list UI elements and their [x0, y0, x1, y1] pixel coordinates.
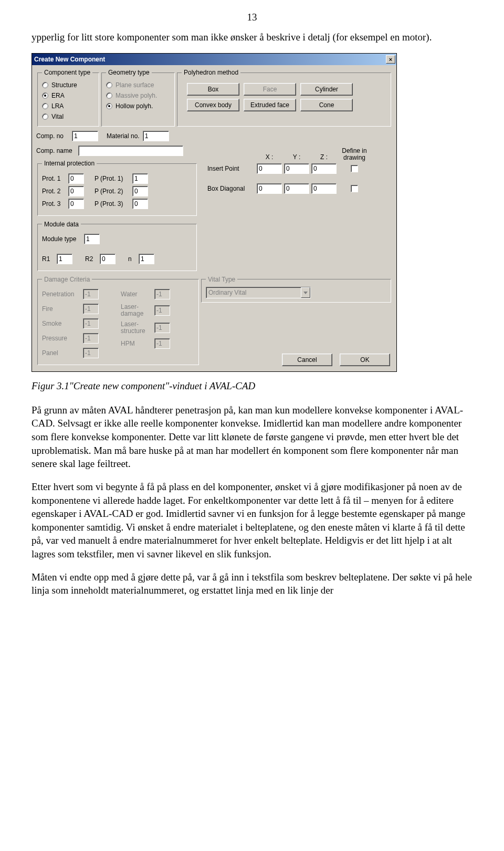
insert-z-input[interactable]: 0 — [311, 163, 337, 174]
pprot2-label: P (Prot. 2) — [94, 187, 129, 195]
dc-smoke-label: Smoke — [42, 319, 80, 328]
r2-label: R2 — [85, 255, 97, 263]
radio-vital[interactable]: Vital — [42, 111, 94, 122]
poly-cone-button[interactable]: Cone — [300, 99, 353, 111]
ok-button[interactable]: OK — [340, 354, 390, 366]
body-paragraph-1: På grunn av måten AVAL håndterer penetra… — [32, 403, 472, 471]
intro-paragraph: ypperlig for litt store komponenter som … — [32, 30, 472, 44]
radio-icon — [42, 92, 48, 99]
dc-penetration-label: Penetration — [42, 290, 80, 298]
dc-water-label: Water — [121, 290, 151, 298]
module-data-group: Module data Module type 1 R1 1 R2 0 n 1 — [37, 220, 197, 271]
poly-convex-body-button[interactable]: Convex body — [187, 99, 239, 111]
dc-panel-label: Panel — [42, 349, 80, 357]
geometry-type-group: Geometry type Plane surface Massive poly… — [101, 68, 175, 127]
radio-icon — [42, 103, 48, 109]
dc-penetration-input: -1 — [83, 289, 99, 299]
radio-icon — [42, 82, 48, 88]
component-type-group: Component type Structure ERA LRA Vital — [37, 68, 99, 127]
figure-caption: Figur 3.1"Create new component"-vinduet … — [32, 379, 472, 393]
vital-type-legend: Vital Type — [206, 275, 237, 284]
dc-fire-label: Fire — [42, 305, 80, 313]
insert-define-checkbox[interactable] — [351, 165, 358, 172]
radio-era[interactable]: ERA — [42, 90, 94, 101]
dc-laser-damage-label: Laser- damage — [121, 304, 151, 317]
poly-face-button: Face — [244, 83, 296, 96]
radio-massive-polyh: Massive polyh. — [106, 90, 170, 101]
comp-name-input[interactable] — [78, 146, 183, 156]
pprot3-input[interactable]: 0 — [132, 199, 148, 209]
r2-input[interactable]: 0 — [100, 254, 116, 264]
internal-protection-group: Internal protection Prot. 1 0 P (Prot. 1… — [37, 159, 197, 215]
dc-laser-structure-label: Laser- structure — [121, 321, 151, 334]
prot3-label: Prot. 3 — [42, 200, 65, 208]
module-data-legend: Module data — [42, 220, 81, 229]
comp-name-label: Comp. name — [36, 147, 75, 155]
comp-no-label: Comp. no — [36, 132, 69, 140]
boxdiag-y-input[interactable]: 0 — [284, 183, 309, 194]
radio-lra[interactable]: LRA — [42, 101, 94, 111]
damage-criteria-legend: Damage Criteria — [42, 275, 92, 284]
close-icon[interactable]: × — [386, 55, 395, 64]
n-input[interactable]: 1 — [139, 254, 154, 264]
prot2-label: Prot. 2 — [42, 187, 65, 195]
vital-type-value: Ordinary Vital — [206, 287, 301, 298]
y-label: Y : — [284, 153, 309, 161]
prot3-input[interactable]: 0 — [68, 199, 84, 209]
z-label: Z : — [311, 153, 337, 161]
dc-hpm-label: HPM — [121, 339, 151, 348]
poly-method-group: Polyhedron method Box Face Cylinder Conv… — [177, 68, 391, 127]
boxdiag-z-input[interactable]: 0 — [311, 183, 337, 194]
poly-box-button[interactable]: Box — [187, 83, 239, 96]
dc-laser-structure-input: -1 — [154, 323, 170, 333]
dialog-title: Create New Component — [34, 55, 105, 64]
dc-laser-damage-input: -1 — [154, 305, 170, 316]
pprot3-label: P (Prot. 3) — [94, 200, 129, 208]
boxdiag-x-input[interactable]: 0 — [257, 183, 282, 194]
create-component-dialog: Create New Component × Component type St… — [32, 53, 397, 372]
internal-protection-legend: Internal protection — [42, 159, 97, 168]
radio-structure[interactable]: Structure — [42, 80, 94, 90]
boxdiag-define-checkbox[interactable] — [351, 185, 358, 192]
pprot1-input[interactable]: 1 — [132, 173, 148, 184]
body-paragraph-3: Måten vi endte opp med å gjøre dette på,… — [32, 570, 472, 597]
poly-method-legend: Polyhedron method — [182, 68, 240, 77]
prot1-input[interactable]: 0 — [68, 173, 84, 184]
material-no-input[interactable]: 1 — [143, 131, 169, 141]
r1-input[interactable]: 1 — [57, 254, 72, 264]
chevron-down-icon — [301, 287, 310, 298]
radio-icon — [106, 103, 112, 109]
insert-x-input[interactable]: 0 — [257, 163, 282, 174]
dc-pressure-label: Pressure — [42, 334, 80, 343]
module-type-label: Module type — [42, 235, 81, 243]
prot2-input[interactable]: 0 — [68, 186, 84, 196]
dc-fire-input: -1 — [83, 304, 99, 314]
radio-plane-surface: Plane surface — [106, 80, 170, 90]
radio-icon — [42, 113, 48, 120]
material-no-label: Material no. — [107, 132, 140, 140]
prot1-label: Prot. 1 — [42, 174, 65, 183]
pprot2-input[interactable]: 0 — [132, 186, 148, 196]
define-in-drawing-label: Define in drawing — [339, 148, 370, 161]
box-diagonal-label: Box Diagonal — [207, 184, 255, 193]
insert-y-input[interactable]: 0 — [284, 163, 309, 174]
vital-type-group: Vital Type Ordinary Vital — [201, 275, 391, 303]
poly-cylinder-button[interactable]: Cylinder — [300, 83, 353, 96]
poly-extruded-face-button[interactable]: Extruded face — [244, 99, 296, 111]
dc-panel-input: -1 — [83, 348, 99, 358]
component-type-legend: Component type — [42, 68, 92, 77]
body-paragraph-2: Etter hvert som vi begynte å få på plass… — [32, 480, 472, 561]
dc-smoke-input: -1 — [83, 318, 99, 329]
x-label: X : — [257, 153, 282, 161]
damage-criteria-group: Damage Criteria Penetration-1 Fire-1 Smo… — [37, 275, 199, 365]
module-type-input[interactable]: 1 — [84, 234, 100, 244]
dialog-titlebar[interactable]: Create New Component × — [32, 54, 396, 65]
cancel-button[interactable]: Cancel — [282, 354, 332, 366]
comp-no-input[interactable]: 1 — [72, 131, 98, 141]
geometry-type-legend: Geometry type — [106, 68, 152, 77]
dc-pressure-input: -1 — [83, 333, 99, 344]
dc-hpm-input: -1 — [154, 338, 170, 349]
radio-hollow-polyh[interactable]: Hollow polyh. — [106, 101, 170, 111]
n-label: n — [128, 255, 135, 263]
r1-label: R1 — [42, 255, 54, 263]
